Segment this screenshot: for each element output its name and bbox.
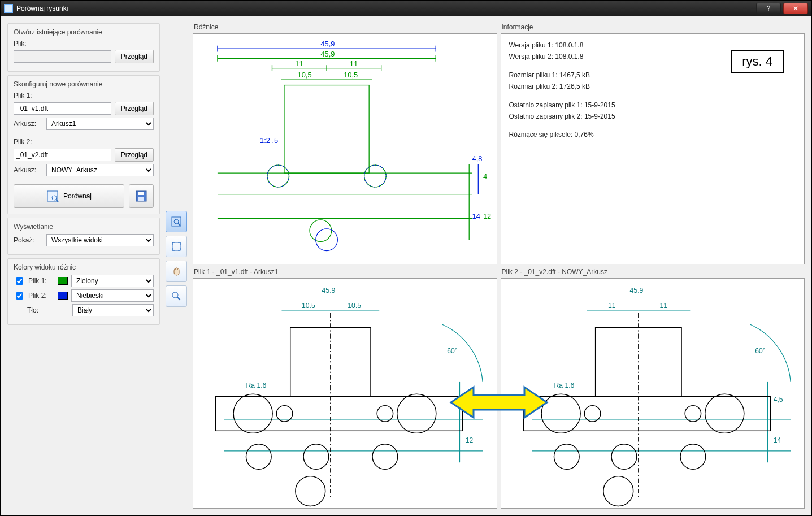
titlebar: Porównaj rysunki ? ✕	[1, 1, 811, 16]
group-diff-colors: Kolory widoku różnic Plik 1: Zielony Pli…	[7, 258, 160, 325]
group-open-compare: Otwórz istniejące porównanie Plik: Przeg…	[7, 23, 160, 72]
svg-text:10.5: 10.5	[302, 301, 315, 309]
file1-color-check[interactable]	[16, 277, 23, 285]
compare-button[interactable]: Porównaj	[14, 184, 124, 208]
svg-text:14: 14	[472, 212, 480, 220]
pane-info: Informacje rys. 4 Wersja pliku 1: 108.0.…	[501, 23, 805, 264]
zoom-icon	[171, 290, 182, 302]
help-button[interactable]: ?	[756, 3, 781, 14]
svg-point-7	[174, 219, 179, 224]
svg-point-64	[372, 444, 398, 469]
pane-info-title: Informacje	[502, 23, 805, 31]
open-file-input[interactable]	[14, 50, 111, 63]
open-file-label: Plik:	[14, 40, 40, 47]
file1-caption: Plik 1 - _01_v1.dft - Arkusz1	[194, 268, 497, 276]
sidebar: Otwórz istniejące porównanie Plik: Przeg…	[7, 23, 160, 509]
file1-color-select[interactable]: Zielony	[71, 275, 154, 287]
info-size2: Rozmiar pliku 2: 1726,5 kB	[509, 81, 797, 92]
group-open-title: Otwórz istniejące porównanie	[14, 28, 154, 36]
svg-text:4,8: 4,8	[472, 154, 483, 163]
svg-rect-81	[523, 396, 770, 431]
svg-point-63	[303, 444, 329, 469]
svg-point-89	[603, 476, 633, 506]
sheet1-select[interactable]: Arkusz1	[46, 118, 154, 130]
pane-file1: Plik 1 - _01_v1.dft - Arkusz1	[193, 268, 497, 509]
sheet2-select[interactable]: NOWY_Arkusz	[46, 164, 154, 176]
file2-browse-button[interactable]: Przegląd	[115, 148, 154, 162]
view-toolstrip	[164, 23, 188, 509]
app-icon	[4, 4, 13, 13]
info-saved1: Ostatnio zapisany plik 1: 15-9-2015	[509, 99, 797, 111]
file2-viewport[interactable]: 45.9 11 11 4,5 14 Ra 1.6 60°	[501, 278, 805, 509]
file1-browse-button[interactable]: Przegląd	[115, 102, 154, 115]
file1-viewport[interactable]: 45.9 10.5 10.5 4 12 Ra 1.6 60°	[193, 278, 497, 509]
bg-color-select[interactable]: Biały	[72, 304, 154, 316]
close-button[interactable]: ✕	[783, 3, 808, 14]
svg-text:45.9: 45.9	[629, 287, 643, 294]
svg-point-86	[554, 444, 579, 469]
svg-point-58	[233, 394, 272, 433]
file1-color-label: Plik 1:	[28, 277, 54, 285]
file1-color-swatch	[58, 277, 68, 285]
file2-caption: Plik 2 - _01_v2.dft - NOWY_Arkusz	[502, 268, 805, 276]
info-body: rys. 4 Wersja pliku 1: 108.0.1.8 Wersja …	[501, 33, 805, 264]
file2-label: Plik 2:	[14, 138, 40, 146]
group-display-title: Wyświetlanie	[14, 223, 154, 231]
svg-text:11: 11	[607, 301, 615, 309]
svg-text:4: 4	[483, 172, 487, 181]
show-select[interactable]: Wszystkie widoki	[46, 234, 154, 246]
window-title: Porównaj rysunki	[16, 5, 754, 12]
svg-text:4,5: 4,5	[773, 396, 783, 404]
fit-view-button[interactable]	[166, 236, 187, 257]
save-icon	[135, 190, 147, 202]
svg-text:11: 11	[659, 301, 667, 309]
svg-text:14: 14	[773, 436, 781, 444]
svg-rect-4	[138, 192, 144, 195]
svg-text:12: 12	[466, 436, 474, 444]
save-button[interactable]	[129, 184, 154, 208]
svg-line-11	[177, 297, 180, 300]
group-diff-colors-title: Kolory widoku różnic	[14, 263, 154, 271]
svg-text:10.5: 10.5	[348, 301, 361, 309]
main-grid: Różnice	[193, 23, 805, 509]
svg-text:45,9: 45,9	[320, 40, 335, 48]
info-diff-pixels: Różniące się piksele: 0,76%	[509, 129, 797, 140]
svg-text:Ra 1.6: Ra 1.6	[554, 381, 574, 389]
figure-label-box: rys. 4	[731, 50, 784, 73]
zoom-area-button[interactable]	[166, 211, 187, 232]
file1-drawing: 45.9 10.5 10.5 4 12 Ra 1.6 60°	[193, 279, 497, 509]
svg-point-88	[680, 444, 706, 469]
group-display: Wyświetlanie Pokaż: Wszystkie widoki	[7, 218, 160, 255]
zoom-button[interactable]	[166, 285, 187, 307]
info-saved2: Ostatnio zapisany plik 2: 15-9-2015	[509, 111, 797, 122]
svg-text:11: 11	[295, 59, 303, 68]
bottom-row: Plik 1 - _01_v1.dft - Arkusz1	[193, 268, 805, 509]
svg-rect-25	[284, 85, 369, 174]
open-browse-button[interactable]: Przegląd	[115, 50, 154, 63]
compare-button-label: Porównaj	[63, 192, 92, 200]
group-config-title: Skonfiguruj nowe porównanie	[14, 80, 154, 88]
svg-point-85	[705, 394, 744, 433]
group-config-compare: Skonfiguruj nowe porównanie Plik 1: Prze…	[7, 75, 160, 214]
app-window: Porównaj rysunki ? ✕ Otwórz istniejące p…	[0, 0, 812, 516]
file2-input[interactable]	[14, 149, 111, 161]
file2-color-swatch	[58, 292, 68, 300]
svg-point-31	[364, 165, 387, 187]
svg-text:45,9: 45,9	[320, 50, 335, 58]
file2-color-select[interactable]: Niebieski	[71, 289, 154, 302]
svg-rect-9	[172, 242, 180, 250]
file2-color-check[interactable]	[16, 292, 23, 300]
diff-viewport[interactable]: 45,9 45,9 11 11 10,5 10,5 4,8 4 14 12 1:…	[193, 33, 497, 264]
svg-text:4: 4	[466, 396, 470, 404]
svg-point-82	[541, 394, 580, 433]
show-label: Pokaż:	[14, 236, 43, 244]
svg-text:60°: 60°	[755, 347, 766, 355]
pan-button[interactable]	[166, 261, 187, 282]
file1-input[interactable]	[14, 102, 111, 115]
svg-text:12: 12	[483, 212, 491, 220]
pan-icon	[171, 266, 182, 277]
svg-point-10	[172, 292, 178, 298]
svg-rect-5	[138, 197, 144, 201]
svg-point-87	[611, 444, 637, 469]
svg-point-65	[296, 476, 325, 506]
